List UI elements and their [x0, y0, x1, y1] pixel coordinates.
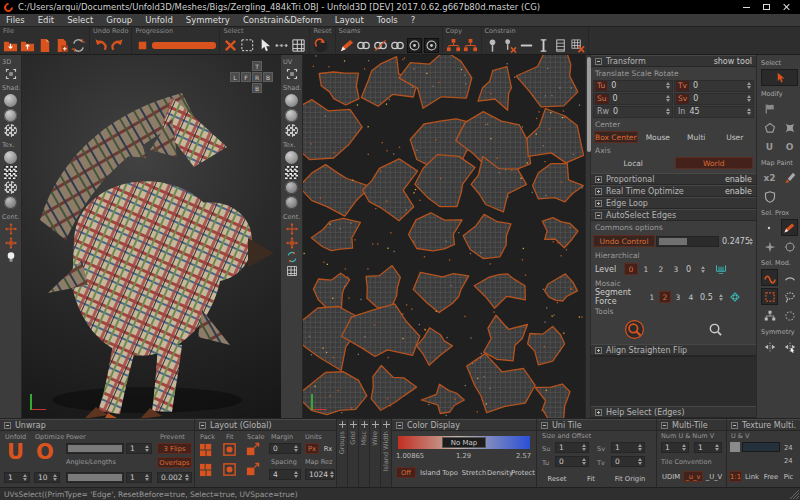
uv-frame-view-icon[interactable] — [286, 68, 298, 80]
unfold-button[interactable]: U — [7, 442, 24, 463]
wire-shaded-mode-icon[interactable] — [4, 124, 17, 137]
deselect-icon[interactable] — [223, 38, 238, 53]
level-1-button[interactable]: 1 — [639, 263, 653, 275]
stop-icon[interactable] — [135, 38, 150, 53]
weld-island-icon[interactable] — [424, 38, 439, 53]
menu-tools[interactable]: Tools — [377, 15, 398, 25]
texture-size-bar[interactable] — [742, 442, 780, 452]
pick-cursor-icon[interactable] — [257, 38, 272, 53]
uni-tv-field[interactable]: 0 — [611, 456, 645, 467]
nav-left-button[interactable]: L — [230, 72, 240, 82]
uv-dotted-sphere2-icon[interactable] — [285, 196, 298, 209]
uv-center-selection-icon[interactable] — [286, 223, 298, 235]
export-file-icon[interactable] — [20, 38, 35, 53]
spinner[interactable] — [183, 474, 190, 481]
menu-symmetry[interactable]: Symmetry — [186, 15, 230, 25]
texture-swatch[interactable] — [730, 442, 740, 452]
center-all-icon[interactable] — [5, 237, 17, 249]
list-constrain-icon[interactable] — [553, 38, 568, 53]
copy-hierarchy-icon[interactable] — [446, 38, 461, 53]
align-straighten-flip-header[interactable]: Align Straighten Flip — [591, 344, 756, 356]
ratio-1-1-button[interactable]: 1:1 — [729, 471, 742, 482]
center-user-button[interactable]: User — [717, 131, 753, 143]
spinner[interactable] — [745, 95, 752, 102]
select-tool-button[interactable] — [761, 69, 798, 86]
menu-layout[interactable]: Layout — [335, 15, 364, 25]
center-mouse-button[interactable]: Mouse — [640, 131, 676, 143]
redo-icon[interactable] — [110, 38, 125, 53]
spinner[interactable] — [636, 444, 643, 451]
flips-button[interactable]: 3 Flips — [157, 443, 192, 454]
link-button[interactable]: Link — [743, 471, 761, 482]
uv-upper-button[interactable]: _U_V — [704, 471, 724, 482]
num-u-field[interactable]: 1 — [661, 442, 689, 453]
help-select-header[interactable]: Help Select (Edges) — [591, 406, 756, 418]
dotted-sphere-icon[interactable] — [4, 196, 17, 209]
menu-edit[interactable]: Edit — [38, 15, 54, 25]
uv-plain-texture-icon[interactable] — [285, 151, 298, 164]
uv-refresh-icon[interactable] — [286, 251, 298, 263]
arc-mode-button[interactable] — [781, 269, 798, 286]
spinner[interactable] — [580, 444, 587, 451]
mode-island-topo-button[interactable]: Island Topo — [418, 467, 460, 478]
light-icon[interactable] — [5, 251, 17, 263]
angles-slider[interactable] — [66, 472, 124, 483]
mosaic-square-icon[interactable] — [729, 291, 741, 303]
viewport-uv[interactable] — [303, 55, 585, 418]
symmetry-mirror-button[interactable] — [761, 338, 778, 355]
center-multi-button[interactable]: Multi — [678, 131, 714, 143]
maximize-button[interactable] — [756, 1, 776, 14]
spinner[interactable] — [664, 95, 671, 102]
uv-wire-shaded-mode-icon[interactable] — [285, 124, 298, 137]
hierarchy-select-button[interactable] — [761, 307, 778, 324]
edge-loop-section-header[interactable]: Edge Loop — [591, 197, 756, 209]
pack-selected-icon[interactable] — [199, 462, 214, 477]
shaded-mode-icon[interactable] — [4, 94, 17, 107]
checker-flat-icon[interactable] — [4, 166, 17, 179]
center-selection-icon[interactable] — [5, 223, 17, 235]
viewport-3d[interactable]: T L F R B B — [22, 55, 281, 418]
optimize-button[interactable]: O — [36, 442, 54, 463]
angles-value-field[interactable]: 1 — [126, 472, 152, 483]
uni-reset-button[interactable]: Reset — [543, 473, 571, 484]
mode-stretch-button[interactable]: Stretch — [461, 467, 487, 478]
spinner[interactable] — [143, 474, 150, 481]
deform-flag-button[interactable] — [761, 100, 779, 117]
scale-selected-icon[interactable] — [245, 462, 260, 477]
spacing-field[interactable]: 4 — [269, 469, 301, 480]
unpin-icon[interactable] — [502, 38, 517, 53]
unfold-brush-button[interactable]: U — [761, 138, 778, 155]
paste-hierarchy-icon[interactable] — [463, 38, 478, 53]
transform-section-header[interactable]: Transform show tool — [591, 55, 756, 67]
weld-point-icon[interactable] — [407, 38, 422, 53]
spinner[interactable] — [292, 471, 299, 478]
uni-sv-field[interactable]: 1 — [611, 442, 645, 453]
uni-fit-origin-button[interactable]: Fit Origin — [609, 473, 651, 484]
num-v-field[interactable]: 1 — [694, 442, 722, 453]
remove-constrain-icon[interactable] — [570, 38, 585, 53]
segment-4-button[interactable]: 4 — [685, 291, 697, 303]
uv-dotted-sphere-icon[interactable] — [285, 181, 298, 194]
level-2-button[interactable]: 2 — [654, 263, 668, 275]
protect-button[interactable] — [761, 188, 779, 205]
hierarchy-comb-icon[interactable] — [715, 263, 727, 275]
tu-field[interactable]: Tu 0 — [593, 80, 673, 92]
menu-group[interactable]: Group — [106, 15, 132, 25]
margin-field[interactable]: 0 — [269, 443, 301, 454]
tab-groups[interactable]: Groups — [337, 419, 348, 487]
pic-button[interactable]: Pic — [781, 471, 796, 482]
lasso-select-button[interactable] — [781, 288, 798, 305]
power-value-field[interactable]: 1 — [126, 443, 152, 454]
spinner[interactable] — [21, 474, 28, 481]
proportional-enable[interactable]: enable — [725, 175, 752, 184]
compass-select-button[interactable] — [781, 238, 798, 255]
nav-right-button[interactable]: R — [252, 72, 262, 82]
menu-help[interactable]: ? — [411, 15, 416, 25]
symmetry-mirror-pick-button[interactable] — [781, 338, 798, 355]
uni-tu-field[interactable]: 0 — [555, 456, 589, 467]
unfold-iterations-field[interactable]: 1 — [4, 472, 30, 483]
su-field[interactable]: Su 0 — [593, 93, 673, 105]
uni-fit-button[interactable]: Fit — [581, 473, 601, 484]
pin-icon[interactable] — [485, 38, 500, 53]
frame-view-icon[interactable] — [5, 68, 17, 80]
